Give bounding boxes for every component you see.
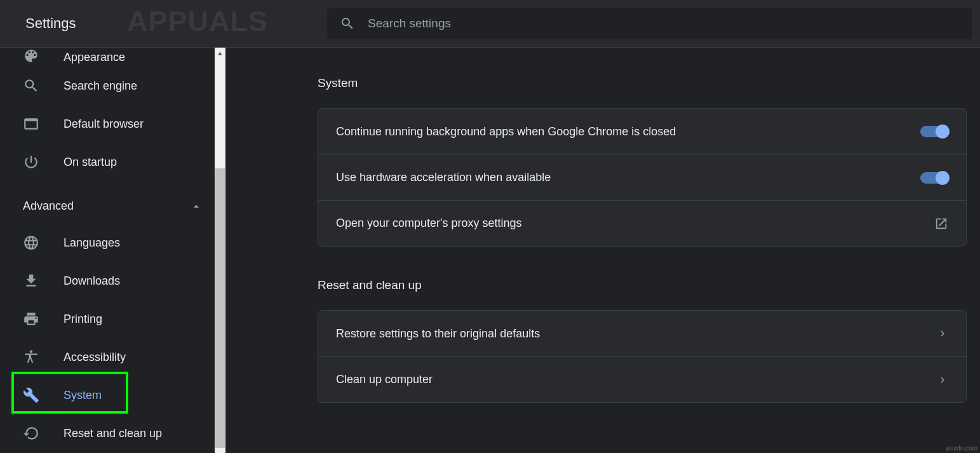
section-title-system: System bbox=[318, 76, 967, 90]
sidebar-item-search-engine[interactable]: Search engine bbox=[0, 67, 225, 105]
sidebar: Appearance Search engine Default browser… bbox=[0, 48, 225, 453]
system-card: Continue running background apps when Go… bbox=[318, 108, 967, 247]
sidebar-section-advanced[interactable]: Advanced bbox=[0, 189, 225, 224]
sidebar-item-accessibility[interactable]: Accessibility bbox=[0, 338, 225, 376]
row-label: Use hardware acceleration when available bbox=[336, 171, 551, 184]
sidebar-item-default-browser[interactable]: Default browser bbox=[0, 105, 225, 143]
footer-watermark: wsxdn.com bbox=[946, 445, 977, 452]
chevron-up-icon bbox=[190, 200, 203, 213]
row-label: Clean up computer bbox=[336, 373, 433, 386]
sidebar-item-label: Search engine bbox=[64, 79, 137, 93]
sidebar-item-label: On startup bbox=[64, 156, 117, 169]
sidebar-item-label: Printing bbox=[64, 313, 102, 326]
advanced-label: Advanced bbox=[23, 199, 74, 213]
sidebar-item-reset[interactable]: Reset and clean up bbox=[0, 414, 225, 452]
toggle-hardware-acceleration[interactable] bbox=[920, 172, 948, 184]
sidebar-item-languages[interactable]: Languages bbox=[0, 224, 225, 262]
search-box[interactable] bbox=[327, 8, 972, 39]
sidebar-item-label: Reset and clean up bbox=[64, 427, 162, 440]
sidebar-item-label: Downloads bbox=[64, 274, 120, 288]
sidebar-item-printing[interactable]: Printing bbox=[0, 300, 225, 338]
scrollbar-thumb[interactable] bbox=[215, 168, 225, 448]
reset-card: Restore settings to their original defau… bbox=[318, 310, 967, 403]
sidebar-item-on-startup[interactable]: On startup bbox=[0, 143, 225, 181]
row-label: Continue running background apps when Go… bbox=[336, 125, 676, 139]
sidebar-item-label: Default browser bbox=[64, 118, 144, 131]
toggle-background-apps[interactable] bbox=[920, 126, 948, 137]
sidebar-item-label: System bbox=[64, 389, 102, 402]
row-proxy-settings[interactable]: Open your computer's proxy settings bbox=[318, 200, 966, 246]
main-content: System Continue running background apps … bbox=[225, 48, 980, 453]
sidebar-item-downloads[interactable]: Downloads bbox=[0, 262, 225, 300]
scroll-up-icon[interactable]: ▲ bbox=[215, 48, 225, 58]
chevron-right-icon bbox=[937, 374, 948, 386]
sidebar-item-system[interactable]: System bbox=[0, 376, 225, 414]
external-link-icon bbox=[934, 217, 948, 231]
row-clean-up-computer[interactable]: Clean up computer bbox=[318, 356, 966, 402]
sidebar-item-label: Appearance bbox=[64, 51, 125, 64]
app-header: Settings bbox=[0, 0, 980, 48]
scrollbar[interactable]: ▲ bbox=[215, 48, 225, 453]
search-input[interactable] bbox=[368, 17, 960, 30]
row-background-apps[interactable]: Continue running background apps when Go… bbox=[318, 109, 966, 154]
row-label: Open your computer's proxy settings bbox=[336, 217, 522, 230]
sidebar-item-appearance[interactable]: Appearance bbox=[0, 48, 225, 67]
row-label: Restore settings to their original defau… bbox=[336, 327, 540, 341]
row-restore-defaults[interactable]: Restore settings to their original defau… bbox=[318, 311, 966, 356]
row-hardware-acceleration[interactable]: Use hardware acceleration when available bbox=[318, 154, 966, 200]
section-title-reset: Reset and clean up bbox=[318, 278, 967, 292]
sidebar-item-label: Accessibility bbox=[64, 351, 126, 364]
chevron-right-icon bbox=[937, 328, 948, 339]
page-title: Settings bbox=[25, 15, 327, 32]
search-icon bbox=[340, 16, 355, 31]
sidebar-item-label: Languages bbox=[64, 236, 120, 250]
